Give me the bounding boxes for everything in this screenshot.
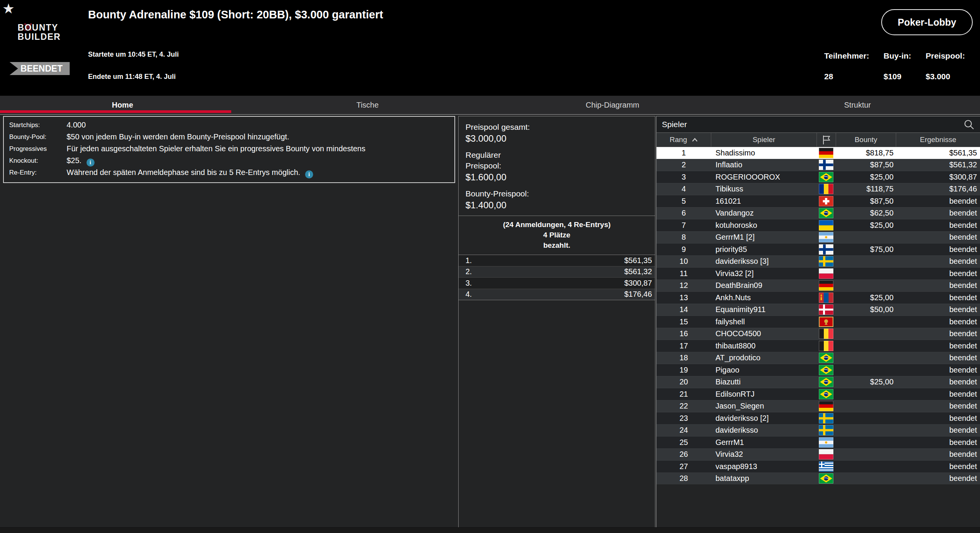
caret-up-icon bbox=[692, 138, 698, 142]
flag-icon-me bbox=[817, 317, 836, 327]
table-row[interactable]: 16CHOCO4500beendet bbox=[657, 328, 980, 340]
table-row[interactable]: 3ROGERIOOOROX$25,00$300,87 bbox=[657, 171, 980, 183]
info-icon[interactable]: i bbox=[305, 170, 313, 178]
table-row[interactable]: 12DeathBrain09beendet bbox=[657, 280, 980, 292]
column-header-rank[interactable]: Rang bbox=[657, 133, 711, 147]
column-header-player[interactable]: Spieler bbox=[711, 133, 817, 147]
column-header-flag[interactable] bbox=[817, 133, 836, 147]
player-name: Vandangoz bbox=[711, 209, 817, 217]
info-icon[interactable]: i bbox=[87, 159, 95, 167]
player-result: beendet bbox=[896, 353, 980, 362]
flag-icon-be bbox=[817, 341, 836, 351]
tab-home[interactable]: Home bbox=[0, 96, 245, 114]
player-name: failyshell bbox=[711, 317, 817, 326]
table-row[interactable]: 28batataxppbeendet bbox=[657, 473, 980, 485]
info-label: Re-Entry: bbox=[9, 167, 64, 178]
flag-icon-pl bbox=[817, 449, 836, 459]
player-name: davideriksso [2] bbox=[711, 414, 817, 423]
tab-chip-diagramm[interactable]: Chip-Diagramm bbox=[490, 96, 735, 114]
player-result: beendet bbox=[896, 390, 980, 399]
player-rank: 8 bbox=[657, 233, 711, 242]
poker-lobby-button[interactable]: Poker-Lobby bbox=[881, 9, 973, 35]
player-rank: 3 bbox=[657, 173, 711, 181]
stat-label: Buy-in: bbox=[884, 51, 911, 60]
tab-label: Tische bbox=[356, 101, 379, 110]
player-name: 161021 bbox=[711, 197, 817, 206]
player-rank: 12 bbox=[657, 281, 711, 290]
table-row[interactable]: 20Biazutti$25,00beendet bbox=[657, 376, 980, 388]
payout-amount: $176,46 bbox=[624, 290, 652, 299]
info-value: Für jeden ausgeschalteten Spieler erhalt… bbox=[67, 143, 451, 167]
table-row[interactable]: 2Inflaatio$87,50$561,32 bbox=[657, 159, 980, 171]
tab-struktur[interactable]: Struktur bbox=[735, 96, 980, 114]
table-row[interactable]: 25GerrrM1beendet bbox=[657, 436, 980, 448]
status-badge: BEENDET bbox=[10, 62, 70, 75]
player-name: priority85 bbox=[711, 245, 817, 254]
player-rank: 9 bbox=[657, 245, 711, 254]
table-row[interactable]: 13Ankh.Nuts$25,00beendet bbox=[657, 291, 980, 304]
table-row[interactable]: 19Pigaoobeendet bbox=[657, 364, 980, 376]
table-row[interactable]: 18AT_prodoticobeendet bbox=[657, 352, 980, 364]
player-result: beendet bbox=[896, 450, 980, 459]
flag-icon-ua bbox=[817, 220, 836, 231]
player-name: AT_prodotico bbox=[711, 353, 817, 362]
player-name: batataxpp bbox=[711, 474, 817, 483]
table-row[interactable]: 26Virvia32beendet bbox=[657, 448, 980, 461]
player-rank: 16 bbox=[657, 329, 711, 338]
column-header-bounty[interactable]: Bounty bbox=[836, 133, 896, 147]
player-result: beendet bbox=[896, 257, 980, 266]
player-name: DeathBrain09 bbox=[711, 281, 817, 290]
player-bounty: $87,50 bbox=[836, 160, 896, 169]
flag-icon-fi bbox=[817, 160, 836, 170]
table-row[interactable]: 11Virvia32 [2]beendet bbox=[657, 267, 980, 280]
table-row[interactable]: 6Vandangoz$62,50beendet bbox=[657, 207, 980, 219]
payout-list: 1.$561,352.$561,323.$300,874.$176,46 bbox=[459, 255, 655, 300]
table-row[interactable]: 5161021$87,50beendet bbox=[657, 195, 980, 207]
payout-row: 2.$561,32 bbox=[459, 266, 655, 278]
info-label: Startchips: bbox=[9, 119, 64, 131]
table-row[interactable]: 17thibaut8800beendet bbox=[657, 340, 980, 352]
table-row[interactable]: 21EdilsonRTJbeendet bbox=[657, 388, 980, 400]
table-row[interactable]: 7kotuhorosko$25,00beendet bbox=[657, 219, 980, 231]
logo-target-o: ✕O bbox=[24, 23, 32, 32]
player-name: vaspap8913 bbox=[711, 462, 817, 471]
table-row[interactable]: 14Equanimity911$50,00beendet bbox=[657, 304, 980, 316]
tournament-lobby-window: ★ B✕OUNTY BUILDER BEENDET Bounty Adrenal… bbox=[0, 0, 980, 533]
player-name: davideriksso [3] bbox=[711, 257, 817, 266]
bounty-builder-logo: B✕OUNTY BUILDER bbox=[18, 23, 61, 41]
flag-icon-br bbox=[817, 389, 836, 399]
flag-icon-fi bbox=[817, 244, 836, 255]
table-row[interactable]: 1Shadissimo$818,75$561,35 bbox=[657, 147, 980, 159]
table-row[interactable]: 23davideriksso [2]beendet bbox=[657, 412, 980, 424]
info-label: Progressives Knockout: bbox=[9, 143, 64, 167]
column-header-results[interactable]: Ergebnisse bbox=[896, 133, 980, 147]
payout-row: 3.$300,87 bbox=[459, 277, 655, 289]
star-icon[interactable]: ★ bbox=[2, 1, 15, 17]
table-row[interactable]: 15failyshellbeendet bbox=[657, 316, 980, 328]
players-table-body: 1Shadissimo$818,75$561,352Inflaatio$87,5… bbox=[657, 147, 980, 484]
search-icon[interactable] bbox=[963, 119, 975, 130]
table-row[interactable]: 24daviderikssobeendet bbox=[657, 424, 980, 437]
end-time: Endete um 11:48 ET, 4. Juli bbox=[88, 73, 176, 81]
player-bounty: $50,00 bbox=[836, 305, 896, 314]
flag-icon-br bbox=[817, 353, 836, 363]
player-result: $561,35 bbox=[896, 149, 980, 157]
stat-value: 28 bbox=[824, 72, 833, 81]
player-name: Virvia32 [2] bbox=[711, 269, 817, 278]
table-row[interactable]: 4Tibikuss$118,75$176,46 bbox=[657, 183, 980, 195]
players-table-header: Rang Spieler Bounty Ergeb bbox=[657, 133, 980, 147]
table-row[interactable]: 22Jason_Siegenbeendet bbox=[657, 400, 980, 412]
tab-tische[interactable]: Tische bbox=[245, 96, 490, 114]
flag-icon-de bbox=[817, 280, 836, 291]
table-row[interactable]: 10davideriksso [3]beendet bbox=[657, 255, 980, 268]
table-row[interactable]: 9priority85$75,00beendet bbox=[657, 243, 980, 255]
flag-icon-br bbox=[817, 365, 836, 375]
player-rank: 13 bbox=[657, 293, 711, 302]
info-value: 4.000 bbox=[67, 119, 451, 131]
player-name: Virvia32 bbox=[711, 450, 817, 459]
player-result: $176,46 bbox=[896, 185, 980, 193]
table-row[interactable]: 27vaspap8913beendet bbox=[657, 460, 980, 473]
table-row[interactable]: 8GerrrM1 [2]beendet bbox=[657, 231, 980, 244]
header: ★ B✕OUNTY BUILDER BEENDET Bounty Adrenal… bbox=[0, 0, 980, 96]
player-result: $561,32 bbox=[896, 160, 980, 169]
